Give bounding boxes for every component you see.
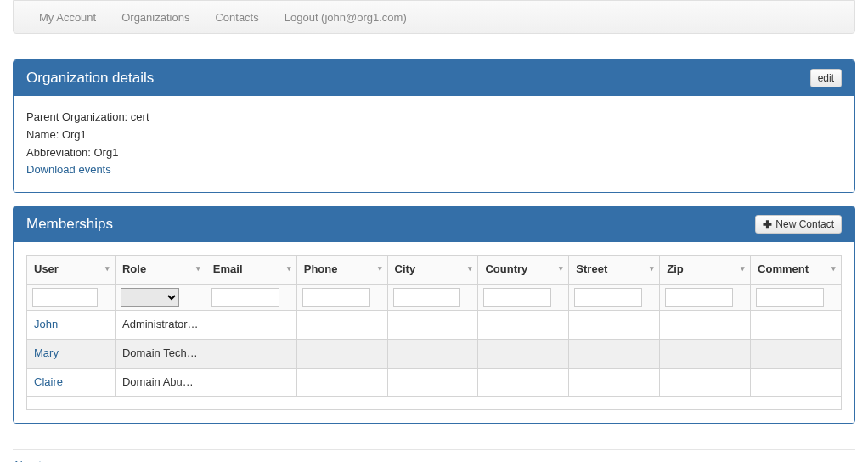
col-phone-label: Phone <box>304 262 338 275</box>
abbr-label: Abbreviation: <box>26 146 94 159</box>
table-row: John Administrator O... <box>27 310 842 339</box>
name-value: Org1 <box>62 128 87 141</box>
col-comment-label: Comment <box>758 262 809 275</box>
memberships-table: User▾ Role▾ Email▾ Phone▾ City▾ Country▾… <box>26 255 842 410</box>
col-street-label: Street <box>576 262 607 275</box>
email-cell <box>206 310 296 339</box>
name-row: Name: Org1 <box>26 127 842 144</box>
parent-org-row: Parent Organization: cert <box>26 109 842 127</box>
col-user[interactable]: User▾ <box>27 256 116 285</box>
comment-cell <box>751 339 842 368</box>
city-cell <box>387 310 478 339</box>
col-city[interactable]: City▾ <box>387 256 478 285</box>
chevron-down-icon: ▾ <box>378 262 382 274</box>
memberships-header: Memberships ✚ New Contact <box>14 206 854 242</box>
parent-org-label: Parent Organization: <box>26 110 131 123</box>
abbr-row: Abbreviation: Org1 <box>26 144 842 162</box>
table-body: John Administrator O... Mary Domain Tech… <box>27 310 842 396</box>
col-user-label: User <box>34 262 59 275</box>
new-contact-button[interactable]: ✚ New Contact <box>755 215 842 234</box>
about-link[interactable]: About <box>13 459 42 462</box>
table-header-row: User▾ Role▾ Email▾ Phone▾ City▾ Country▾… <box>27 256 842 285</box>
street-cell <box>569 368 660 397</box>
city-cell <box>387 368 478 397</box>
filter-phone-input[interactable] <box>302 288 370 307</box>
user-link[interactable]: Mary <box>34 346 59 359</box>
col-role-label: Role <box>122 262 146 275</box>
chevron-down-icon: ▾ <box>650 262 654 274</box>
filter-country-input[interactable] <box>483 288 551 307</box>
chevron-down-icon: ▾ <box>196 262 200 274</box>
plus-icon: ✚ <box>763 219 772 230</box>
street-cell <box>569 339 660 368</box>
filter-city-input[interactable] <box>393 288 461 307</box>
col-country[interactable]: Country▾ <box>478 256 569 285</box>
comment-cell <box>751 368 842 397</box>
col-comment[interactable]: Comment▾ <box>751 256 842 285</box>
phone-cell <box>296 339 387 368</box>
chevron-down-icon: ▾ <box>741 262 745 274</box>
role-cell: Administrator O... <box>115 310 206 339</box>
role-cell: Domain Abuse ... <box>115 368 206 397</box>
filter-user-input[interactable] <box>32 288 98 307</box>
chevron-down-icon: ▾ <box>468 262 472 274</box>
org-details-header: Organization details edit <box>14 60 854 96</box>
memberships-title: Memberships <box>26 216 113 233</box>
zip-cell <box>660 339 751 368</box>
comment-cell <box>751 310 842 339</box>
memberships-body: User▾ Role▾ Email▾ Phone▾ City▾ Country▾… <box>14 242 854 423</box>
user-link[interactable]: John <box>34 318 58 330</box>
col-role[interactable]: Role▾ <box>115 256 206 285</box>
chevron-down-icon: ▾ <box>287 262 291 274</box>
nav-my-account[interactable]: My Account <box>26 11 109 24</box>
user-link[interactable]: Claire <box>34 375 63 388</box>
org-details-body: Parent Organization: cert Name: Org1 Abb… <box>14 96 854 192</box>
chevron-down-icon: ▾ <box>105 262 110 274</box>
col-email-label: Email <box>213 262 243 275</box>
phone-cell <box>296 368 387 397</box>
zip-cell <box>660 368 751 397</box>
footer-divider <box>13 449 855 450</box>
memberships-panel: Memberships ✚ New Contact User▾ Role▾ Em… <box>13 206 855 424</box>
top-navbar: My Account Organizations Contacts Logout… <box>13 0 855 34</box>
edit-button[interactable]: edit <box>810 69 842 87</box>
parent-org-value: cert <box>131 110 149 123</box>
table-footer-row <box>27 397 842 410</box>
col-city-label: City <box>395 262 416 275</box>
table-row: Claire Domain Abuse ... <box>27 368 842 397</box>
nav-organizations[interactable]: Organizations <box>109 11 202 24</box>
country-cell <box>478 368 569 397</box>
filter-street-input[interactable] <box>574 288 642 307</box>
country-cell <box>478 310 569 339</box>
street-cell <box>569 310 660 339</box>
col-zip-label: Zip <box>667 262 684 275</box>
zip-cell <box>660 310 751 339</box>
chevron-down-icon: ▾ <box>831 262 836 274</box>
table-row: Mary Domain Techni... <box>27 339 842 368</box>
filter-email-input[interactable] <box>211 288 279 307</box>
col-country-label: Country <box>485 262 527 275</box>
col-zip[interactable]: Zip▾ <box>660 256 751 285</box>
filter-zip-input[interactable] <box>665 288 733 307</box>
phone-cell <box>296 310 387 339</box>
new-contact-label: New Contact <box>775 218 834 230</box>
abbr-value: Org1 <box>94 146 119 159</box>
nav-contacts[interactable]: Contacts <box>202 11 271 24</box>
name-label: Name: <box>26 128 62 141</box>
download-events-link[interactable]: Download events <box>26 163 111 176</box>
role-cell: Domain Techni... <box>115 339 206 368</box>
email-cell <box>206 339 296 368</box>
filter-role-select[interactable] <box>121 288 179 307</box>
filter-comment-input[interactable] <box>756 288 824 307</box>
col-email[interactable]: Email▾ <box>206 256 296 285</box>
col-phone[interactable]: Phone▾ <box>296 256 387 285</box>
table-filter-row <box>27 284 842 310</box>
org-details-panel: Organization details edit Parent Organiz… <box>13 59 855 193</box>
org-details-title: Organization details <box>26 70 154 87</box>
col-street[interactable]: Street▾ <box>569 256 660 285</box>
country-cell <box>478 339 569 368</box>
city-cell <box>387 339 478 368</box>
nav-logout[interactable]: Logout (john@org1.com) <box>272 11 420 24</box>
chevron-down-icon: ▾ <box>559 262 563 274</box>
email-cell <box>206 368 296 397</box>
